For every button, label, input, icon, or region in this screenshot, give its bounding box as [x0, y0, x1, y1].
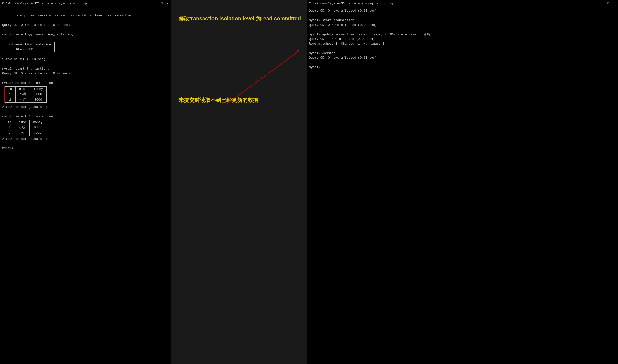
- line-blank-5: [2, 76, 169, 81]
- line-set-session: mysql> set session transaction isolation…: [2, 8, 169, 23]
- maximize-btn-left[interactable]: □: [160, 2, 164, 5]
- normal-table-row1-money: 3000: [29, 125, 46, 130]
- windows-container: C:\Windows\system32\cmd.exe - mysql -uro…: [0, 0, 618, 364]
- red-table-row2-name: 小红: [15, 97, 30, 103]
- left-title-bar: C:\Windows\system32\cmd.exe - mysql -uro…: [0, 0, 171, 7]
- normal-table-row1-id: 1: [4, 125, 15, 130]
- isolation-table: @@transaction_isolation READ-COMMITTED: [4, 42, 54, 52]
- prompt-4: mysql>: [2, 81, 15, 85]
- right-cmd-window: C:\Windows\system32\cmd.exe - mysql -uro…: [307, 0, 618, 364]
- line-2rows-1: 2 rows in set (0.00 sec): [2, 105, 169, 110]
- red-table-header-name: name: [15, 87, 30, 91]
- right-line-rows-matched: Rows matched: 1 Changed: 1 Warnings: 0: [309, 41, 616, 46]
- close-btn-right[interactable]: ✕: [612, 2, 616, 5]
- red-table-header-money: money: [30, 87, 46, 91]
- close-btn-left[interactable]: ✕: [166, 2, 169, 5]
- svg-marker-1: [297, 50, 299, 52]
- isolation-header: @@transaction_isolation: [4, 42, 54, 47]
- right-window-title: C:\Windows\system32\cmd.exe - mysql -uro…: [309, 2, 394, 5]
- isolation-annotation: 修改transaction isolation level 为read comm…: [179, 15, 301, 22]
- prompt-3: mysql>: [2, 67, 15, 70]
- right-line-blank-3: [309, 46, 616, 51]
- annotation-area: 修改transaction isolation level 为read comm…: [171, 0, 307, 364]
- line-queryok-1: Query OK, 0 rows affected (0.00 sec): [2, 23, 169, 27]
- red-table-row1-id: 1: [5, 91, 16, 97]
- line-blank-4: [2, 62, 169, 67]
- no-commit-annotation: 未提交时读取不到已经更新的数据: [179, 97, 258, 104]
- right-line-queryok-1: Query OK, 0 rows affected (0.00 sec): [309, 23, 616, 27]
- line-1row: 1 row in set (0.00 sec): [2, 57, 169, 62]
- line-blank-7: [2, 141, 169, 146]
- right-prompt-3: mysql>: [309, 52, 322, 55]
- red-table-row2-money: 3000: [30, 97, 46, 103]
- right-line-queryok-2: Query OK, 1 row affected (0.00 sec): [309, 37, 616, 41]
- left-window-title: C:\Windows\system32\cmd.exe - mysql -uro…: [2, 2, 87, 5]
- maximize-btn-right[interactable]: □: [607, 2, 610, 5]
- normal-table-container: id name money 1 小明 3000 2 小红 3000: [4, 120, 169, 136]
- line-final-prompt-left: mysql>: [2, 146, 169, 151]
- line-blank-3: [2, 52, 169, 57]
- red-table-row1-money: 2000: [30, 91, 46, 97]
- right-line-final-prompt: mysql>: [309, 65, 616, 70]
- red-table-row1-name: 小明: [15, 91, 30, 97]
- red-table-row2-id: 2: [5, 97, 16, 103]
- right-line-start-transaction: mysql> start transaction;: [309, 18, 616, 23]
- right-line-blank-4: [309, 60, 616, 65]
- normal-table-header-name: name: [15, 120, 29, 125]
- line-select-account-2: mysql> select * from account;: [2, 114, 169, 119]
- line-select-account-1: mysql> select * from account;: [2, 81, 169, 85]
- red-table-header-id: id: [5, 87, 16, 91]
- right-line-update: mysql> update account set money = money …: [309, 32, 616, 37]
- red-table-container: id name money 1 小明 2000 2 小红 3000: [4, 86, 47, 103]
- prompt-2: mysql>: [2, 33, 15, 36]
- line-2rows-2: 2 rows in set (0.00 sec): [2, 137, 169, 142]
- right-line-commit: mysql> commit;: [309, 51, 616, 56]
- annotation-svg: [171, 0, 307, 364]
- isolation-value: READ-COMMITTED: [4, 47, 54, 52]
- left-terminal-body: mysql> set session transaction isolation…: [0, 7, 171, 364]
- line-select-isolation: mysql> select @@transaction_isolation;: [2, 32, 169, 37]
- right-line-blank-2: [309, 27, 616, 32]
- line-start-transaction: mysql> start transaction;: [2, 66, 169, 71]
- normal-table-row2-money: 3000: [29, 130, 46, 136]
- minimize-btn-right[interactable]: —: [601, 2, 605, 5]
- cmd-set-session: set session transaction isolation level …: [30, 14, 134, 17]
- svg-line-0: [227, 51, 299, 104]
- prompt-1: mysql>: [17, 14, 30, 17]
- left-cmd-window: C:\Windows\system32\cmd.exe - mysql -uro…: [0, 0, 171, 364]
- line-blank-6: [2, 110, 169, 114]
- normal-table-row1-name: 小明: [15, 125, 29, 130]
- normal-table-header-money: money: [29, 120, 46, 125]
- line-queryok-2: Query OK, 0 rows affected (0.00 sec): [2, 71, 169, 76]
- line-blank-1: [2, 27, 169, 32]
- isolation-table-container: @@transaction_isolation READ-COMMITTED: [4, 42, 169, 52]
- right-line-queryok-3: Query OK, 0 rows affected (0.01 sec): [309, 55, 616, 60]
- red-table: id name money 1 小明 2000 2 小红 3000: [5, 86, 47, 103]
- normal-table-header-id: id: [4, 120, 15, 125]
- right-line-blank-1: [309, 13, 616, 18]
- normal-table: id name money 1 小明 3000 2 小红 3000: [4, 120, 46, 136]
- normal-table-row2-name: 小红: [15, 130, 29, 136]
- normal-table-row2-id: 2: [4, 130, 15, 136]
- right-prompt-2: mysql>: [309, 33, 322, 36]
- right-terminal-body: Query OK, 0 rows affected (0.01 sec) mys…: [307, 7, 618, 364]
- minimize-btn-left[interactable]: —: [154, 2, 158, 5]
- right-title-bar: C:\Windows\system32\cmd.exe - mysql -uro…: [307, 0, 618, 7]
- right-prompt-1: mysql>: [309, 18, 322, 22]
- prompt-5: mysql>: [2, 115, 15, 118]
- line-blank-2: [2, 37, 169, 41]
- right-line-queryok-0: Query OK, 0 rows affected (0.01 sec): [309, 8, 616, 13]
